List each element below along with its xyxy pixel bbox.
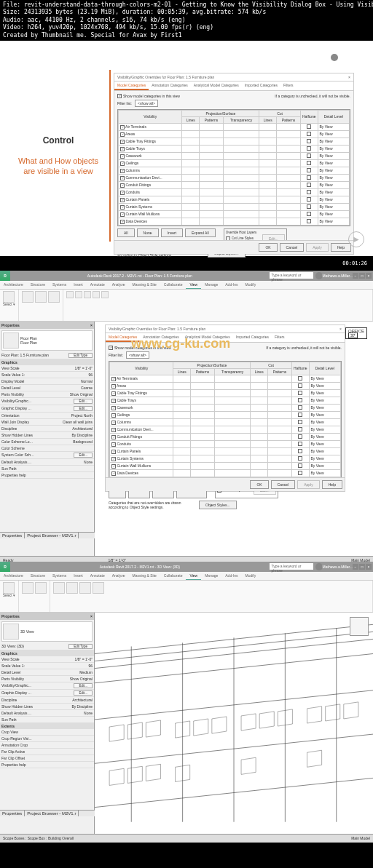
halftone-checkbox[interactable] xyxy=(298,449,302,453)
ribbon-icon[interactable] xyxy=(93,582,104,594)
row-checkbox[interactable]: ✓ xyxy=(120,176,125,180)
property-row[interactable]: View Scale1/8" = 1'-0" xyxy=(0,656,94,663)
halftone-checkbox[interactable] xyxy=(307,124,311,129)
row-checkbox[interactable]: ✓ xyxy=(120,147,125,151)
tab-imported[interactable]: Imported Categories xyxy=(242,81,280,90)
ok-button[interactable]: OK xyxy=(250,480,268,489)
row-checkbox[interactable]: ✓ xyxy=(111,435,116,439)
property-row[interactable]: Detail LevelMedium xyxy=(0,669,94,676)
row-checkbox[interactable]: ✓ xyxy=(111,377,116,381)
category-row[interactable]: ✓ Cable TraysBy View xyxy=(119,145,350,152)
category-row[interactable]: ✓ AreasBy View xyxy=(119,130,350,138)
row-checkbox[interactable]: ✓ xyxy=(120,169,125,173)
property-row[interactable]: Far Clip Offset xyxy=(0,755,94,762)
property-row[interactable]: Scale Value 1:96 xyxy=(0,372,94,378)
property-row[interactable]: View Scale1/8" = 1'-0" xyxy=(0,365,94,372)
row-checkbox[interactable]: ✓ xyxy=(120,205,125,210)
tab-manage[interactable]: Manage xyxy=(201,281,221,289)
halftone-checkbox[interactable] xyxy=(298,413,302,417)
category-row[interactable]: ✓ Curtain Wall MullionsBy View xyxy=(119,210,350,218)
cancel-button[interactable]: Cancel xyxy=(280,243,305,252)
category-row[interactable]: ✓ Air TerminalsBy View xyxy=(110,375,341,382)
halftone-checkbox[interactable] xyxy=(307,146,311,151)
property-row[interactable]: Show Hidden LinesBy Discipline xyxy=(0,704,94,710)
category-row[interactable]: ✓ CeilingsBy View xyxy=(110,411,341,418)
category-row[interactable]: ✓ Air TerminalsBy View xyxy=(119,123,350,130)
halftone-checkbox[interactable] xyxy=(298,442,302,446)
tab-systems[interactable]: Systems xyxy=(49,281,70,289)
property-row[interactable]: System Color Sch...Edit... xyxy=(0,452,94,459)
row-checkbox[interactable]: ✓ xyxy=(111,471,116,476)
tab-collaborate[interactable]: Collaborate xyxy=(160,572,186,580)
halftone-checkbox[interactable] xyxy=(307,219,311,223)
row-checkbox[interactable]: ✓ xyxy=(111,391,116,396)
category-row[interactable]: ✓ Curtain PanelsBy View xyxy=(110,447,341,455)
halftone-checkbox[interactable] xyxy=(307,132,311,136)
minimize-icon[interactable]: − xyxy=(353,273,358,279)
row-checkbox[interactable]: ✓ xyxy=(120,183,125,188)
category-row[interactable]: ✓ ColumnsBy View xyxy=(110,418,341,426)
ribbon-icon[interactable] xyxy=(75,291,82,298)
category-row[interactable]: ✓ Cable Tray FittingsBy View xyxy=(119,138,350,145)
row-checkbox[interactable]: ✓ xyxy=(111,384,116,389)
property-row[interactable]: Scale Value 1:96 xyxy=(0,663,94,669)
property-row[interactable]: Annotation Crop xyxy=(0,742,94,749)
help-button[interactable]: Help xyxy=(331,243,351,252)
category-row[interactable]: ✓ AreasBy View xyxy=(110,382,341,389)
close-icon[interactable]: × xyxy=(90,323,93,327)
object-styles-button[interactable]: Object Styles... xyxy=(199,501,237,509)
tab-analytical[interactable]: Analytical Model Categories xyxy=(191,81,242,90)
tab-analyze[interactable]: Analyze xyxy=(109,572,129,580)
type-selector[interactable]: 3D View xyxy=(1,621,93,642)
properties-help[interactable]: Properties help xyxy=(1,473,26,477)
halftone-checkbox[interactable] xyxy=(307,175,311,180)
expand-button[interactable]: Expand All xyxy=(185,228,216,237)
category-row[interactable]: ✓ CaseworkBy View xyxy=(110,404,341,411)
tab-insert[interactable]: Insert xyxy=(70,281,87,289)
edit-button[interactable]: Edit... xyxy=(74,399,93,404)
tab-manage[interactable]: Manage xyxy=(201,572,221,580)
ok-button[interactable]: OK xyxy=(259,243,277,252)
category-row[interactable]: ✓ Cable TraysBy View xyxy=(110,397,341,404)
property-row[interactable]: DisciplineArchitectural xyxy=(0,697,94,704)
halftone-checkbox[interactable] xyxy=(307,204,311,209)
row-checkbox[interactable]: ✓ xyxy=(120,191,125,195)
ribbon-icon[interactable] xyxy=(93,291,100,298)
tab-structure[interactable]: Structure xyxy=(27,572,49,580)
property-row[interactable]: Parts VisibilityShow Original xyxy=(0,676,94,682)
revit-logo-icon[interactable]: R xyxy=(0,562,10,572)
tab-annotate[interactable]: Annotate xyxy=(87,281,109,289)
property-row[interactable]: Detail LevelCoarse xyxy=(0,385,94,391)
ribbon-icon[interactable] xyxy=(48,291,60,303)
property-row[interactable]: Graphic Display ...Edit... xyxy=(0,405,94,413)
category-row[interactable]: ✓ Curtain SystemsBy View xyxy=(110,455,341,462)
tab-filters[interactable]: Filters xyxy=(280,81,297,90)
row-checkbox[interactable]: ✓ xyxy=(120,162,125,166)
close-icon[interactable]: × xyxy=(366,564,372,570)
property-row[interactable]: Visibility/Graphic...Edit... xyxy=(0,682,94,690)
filter-select[interactable]: <show all> xyxy=(135,100,158,107)
invert-button[interactable]: Invert xyxy=(161,228,184,237)
tab-modify[interactable]: Modify xyxy=(242,281,260,289)
category-row[interactable]: ✓ ColumnsBy View xyxy=(119,167,350,174)
property-row[interactable]: Default Analysis ...None xyxy=(0,459,94,466)
row-checkbox[interactable]: ✓ xyxy=(111,413,116,418)
row-checkbox[interactable]: ✓ xyxy=(111,464,116,469)
tab-modify[interactable]: Modify xyxy=(242,572,260,580)
close-icon[interactable]: × xyxy=(90,614,93,618)
tab-project-browser[interactable]: Project Browser - M2V1.r xyxy=(25,811,79,816)
properties-help[interactable]: Properties help xyxy=(1,763,26,767)
property-row[interactable]: DisciplineArchitectural xyxy=(0,426,94,432)
halftone-checkbox[interactable] xyxy=(298,376,302,381)
halftone-checkbox[interactable] xyxy=(307,168,311,172)
ribbon-icon[interactable] xyxy=(79,582,91,594)
property-row[interactable]: Default Analysis ...None xyxy=(0,710,94,717)
tab-annotate[interactable]: Annotate xyxy=(87,572,109,580)
row-checkbox[interactable]: ✓ xyxy=(120,132,125,137)
maximize-icon[interactable]: □ xyxy=(359,273,365,279)
category-row[interactable]: ✓ Cable Tray FittingsBy View xyxy=(110,389,341,397)
property-row[interactable]: Display ModelNormal xyxy=(0,378,94,385)
edit-type-button[interactable]: Edit Type xyxy=(68,644,93,649)
ribbon-icon[interactable] xyxy=(84,291,91,298)
halftone-checkbox[interactable] xyxy=(298,434,302,439)
